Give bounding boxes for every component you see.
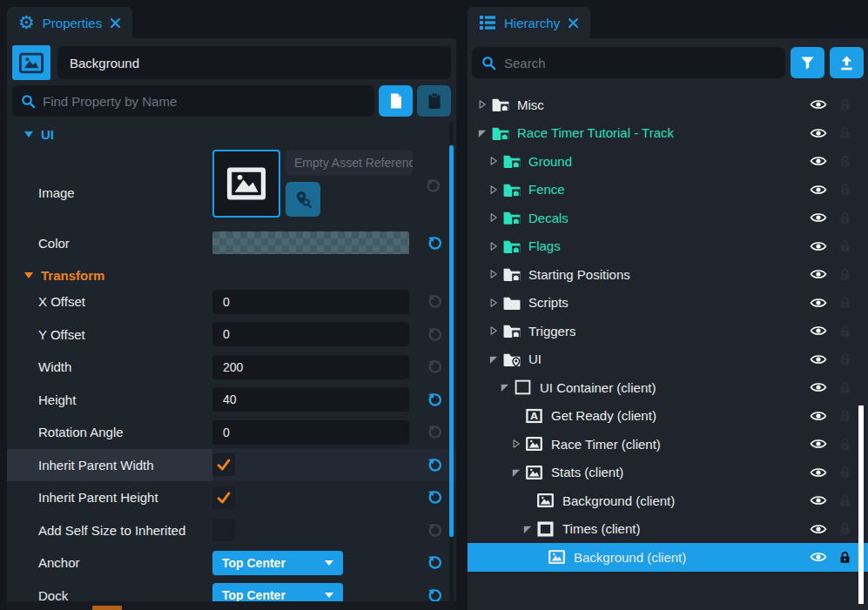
lock-icon[interactable] [838, 352, 851, 366]
lock-icon[interactable] [838, 521, 851, 536]
add-self-size-to-inherited-checkbox[interactable] [212, 519, 235, 541]
tree-item-race-timer-client-12[interactable]: Race Timer (client) [468, 430, 868, 459]
paste-properties-button[interactable] [417, 85, 451, 117]
upload-button[interactable] [830, 47, 864, 78]
reset-x-offset-button[interactable] [425, 292, 444, 312]
reset-inherit-parent-width-button[interactable] [425, 455, 444, 474]
tree-item-fence-3[interactable]: Fence [468, 176, 868, 204]
tree-item-stats-client-13[interactable]: Stats (client) [468, 459, 868, 487]
inherit-parent-width-checkbox[interactable] [212, 453, 235, 476]
collapse-arrow-icon[interactable] [488, 353, 502, 365]
lock-icon[interactable] [838, 154, 851, 169]
expand-arrow-icon[interactable] [488, 184, 502, 196]
close-icon[interactable] [110, 17, 121, 29]
visibility-eye-icon[interactable] [810, 494, 827, 506]
expand-arrow-icon[interactable] [476, 98, 491, 111]
visibility-eye-icon[interactable] [810, 353, 827, 365]
reset-add-self-size-to-inherited-button[interactable] [425, 520, 444, 540]
properties-scrollbar-thumb[interactable] [449, 145, 454, 537]
find-asset-button[interactable] [286, 182, 320, 217]
properties-scrollbar-track[interactable] [449, 122, 454, 600]
collapse-arrow-icon[interactable] [499, 381, 514, 393]
visibility-eye-icon[interactable] [810, 211, 827, 224]
reset-inherit-parent-height-button[interactable] [425, 488, 444, 507]
reset-y-offset-button[interactable] [425, 325, 444, 344]
reset-height-button[interactable] [425, 390, 444, 409]
lock-icon[interactable] [838, 238, 851, 253]
visibility-eye-icon[interactable] [810, 325, 827, 337]
visibility-eye-icon[interactable] [810, 410, 827, 422]
tree-item-background-client-14[interactable]: Background (client) [468, 486, 868, 515]
visibility-eye-icon[interactable] [810, 268, 827, 280]
inherit-parent-height-checkbox[interactable] [212, 486, 235, 509]
tree-item-decals-4[interactable]: Decals [468, 204, 868, 232]
y-offset-input[interactable] [212, 322, 409, 346]
expand-arrow-icon[interactable] [488, 211, 502, 224]
collapse-arrow-icon[interactable] [521, 523, 536, 535]
section-ui-header[interactable]: UI [24, 125, 456, 143]
tree-item-starting-positions-6[interactable]: Starting Positions [468, 260, 868, 289]
lock-icon[interactable] [838, 408, 851, 423]
visibility-eye-icon[interactable] [810, 155, 827, 167]
expand-arrow-icon[interactable] [488, 325, 502, 337]
tree-item-race-timer-tutorial-track-1[interactable]: Race Timer Tutorial - Track [468, 119, 868, 148]
tree-item-scripts-7[interactable]: Scripts [468, 289, 868, 318]
rotation-angle-input[interactable] [212, 420, 409, 445]
lock-icon[interactable] [838, 465, 851, 479]
tree-item-ui-9[interactable]: UI [468, 345, 868, 374]
filter-button[interactable] [791, 47, 824, 78]
tree-item-flags-5[interactable]: Flags [468, 232, 868, 261]
tree-item-times-client-15[interactable]: Times (client) [468, 515, 868, 544]
expand-arrow-icon[interactable] [488, 268, 502, 280]
visibility-eye-icon[interactable] [810, 127, 827, 139]
find-property-input[interactable] [43, 94, 366, 109]
hierarchy-scrollbar-thumb[interactable] [858, 406, 864, 604]
tab-properties[interactable]: ⚙ Properties [7, 7, 132, 38]
lock-icon[interactable] [838, 211, 851, 225]
expand-arrow-icon[interactable] [488, 155, 502, 167]
visibility-eye-icon[interactable] [810, 297, 827, 309]
tree-item-ui-container-client-10[interactable]: UI Container (client) [468, 373, 868, 402]
x-offset-input[interactable] [212, 290, 409, 314]
reset-anchor-button[interactable] [425, 553, 444, 573]
visibility-eye-icon[interactable] [810, 240, 827, 252]
expand-arrow-icon[interactable] [510, 438, 525, 450]
visibility-eye-icon[interactable] [810, 523, 827, 535]
lock-icon[interactable] [838, 437, 851, 452]
visibility-eye-icon[interactable] [810, 98, 827, 111]
visibility-eye-icon[interactable] [810, 466, 827, 479]
color-swatch[interactable] [212, 231, 409, 254]
lock-icon[interactable] [838, 493, 851, 508]
visibility-eye-icon[interactable] [810, 438, 827, 450]
tree-item-ground-2[interactable]: Ground [468, 147, 868, 176]
tab-hierarchy[interactable]: Hierarchy [468, 7, 590, 38]
visibility-eye-icon[interactable] [810, 551, 827, 563]
visibility-eye-icon[interactable] [810, 184, 827, 196]
lock-icon[interactable] [838, 97, 851, 112]
tree-item-background-client-16[interactable]: Background (client) [468, 543, 868, 572]
image-thumbnail-button[interactable] [212, 150, 280, 218]
section-transform-header[interactable]: Transform [24, 266, 456, 284]
tree-item-get-ready-client-11[interactable]: AGet Ready (client) [468, 402, 868, 431]
expand-arrow-icon[interactable] [488, 240, 502, 252]
hierarchy-search-input[interactable] [504, 56, 776, 70]
lock-icon[interactable] [838, 267, 851, 282]
expand-arrow-icon[interactable] [488, 297, 502, 309]
reset-rotation-angle-button[interactable] [425, 423, 444, 442]
lock-icon[interactable] [838, 324, 851, 339]
lock-icon[interactable] [838, 125, 851, 140]
lock-icon[interactable] [838, 182, 851, 197]
lock-icon[interactable] [838, 380, 851, 395]
width-input[interactable] [212, 355, 409, 379]
anchor-dropdown[interactable]: Top Center [212, 551, 343, 575]
lock-icon[interactable] [838, 550, 851, 565]
height-input[interactable] [212, 387, 409, 412]
visibility-eye-icon[interactable] [810, 381, 827, 393]
tree-item-triggers-8[interactable]: Triggers [468, 317, 868, 345]
reset-image-button[interactable] [423, 176, 442, 195]
lock-icon[interactable] [838, 295, 851, 310]
collapse-arrow-icon[interactable] [510, 466, 525, 479]
tree-item-misc-0[interactable]: Misc [468, 90, 868, 119]
copy-properties-button[interactable] [379, 85, 413, 117]
close-icon[interactable] [568, 17, 579, 29]
